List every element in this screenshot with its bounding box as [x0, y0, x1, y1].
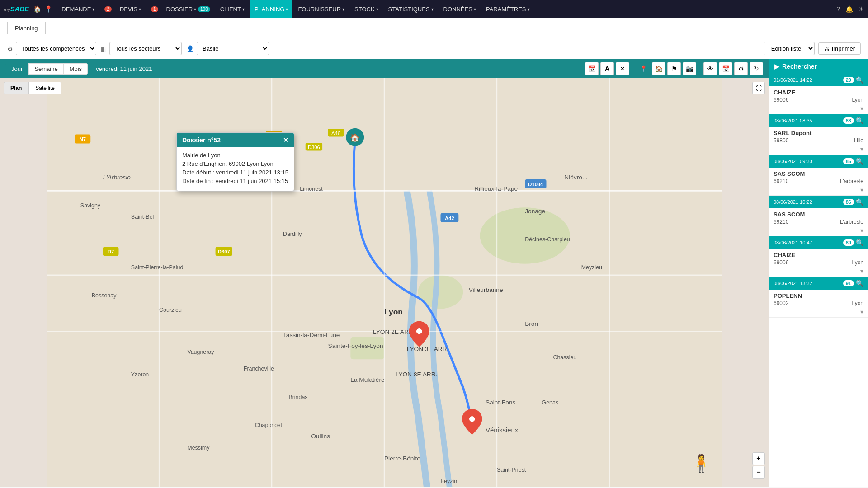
ctrl-group-right: 📍 🏠 ⚑ 📷: [637, 62, 696, 75]
competences-select[interactable]: Toutes les compétences: [16, 42, 96, 55]
svg-text:Brindas: Brindas: [288, 394, 307, 400]
nav-badge-2[interactable]: 2: [100, 0, 114, 18]
view-tab-mois[interactable]: Mois: [64, 63, 88, 75]
location-icon[interactable]: 📍: [45, 5, 52, 13]
nav-badge-1[interactable]: 1: [146, 0, 161, 18]
sidebar-card-6-postal: 69002: [774, 300, 788, 306]
marker-icon-btn[interactable]: 📍: [637, 62, 650, 75]
sidebar-card-4-postal: 69210: [774, 219, 788, 225]
svg-point-74: [416, 328, 422, 334]
popup-title: Dossier n°52: [182, 136, 221, 144]
sidebar-card-3-expand-btn[interactable]: ▾: [769, 186, 868, 195]
sidebar-card-6-num: 91: [843, 280, 854, 286]
sidebar-card-5-city: Lyon: [852, 259, 863, 266]
sidebar-card-6-date: 08/06/2021 13:32: [774, 281, 812, 286]
sidebar-card-3-search-btn[interactable]: 🔍: [856, 158, 863, 165]
user-select[interactable]: Basile: [197, 42, 269, 55]
search-arrow-icon: ▶: [774, 63, 779, 70]
camera-icon-btn[interactable]: 📷: [683, 62, 696, 75]
sidebar-card-6-expand-btn[interactable]: ▾: [769, 308, 868, 317]
gear-icon-btn[interactable]: ⚙: [734, 62, 748, 75]
sidebar-card-5-info: 69006 Lyon: [774, 259, 863, 266]
svg-text:Tassin-la-Demi-Lune: Tassin-la-Demi-Lune: [283, 332, 340, 338]
fullscreen-btn[interactable]: ⛶: [752, 82, 765, 94]
sidebar-card-5-name: CHAIZE: [774, 252, 863, 258]
nav-item-client[interactable]: CLIENT ▾: [216, 0, 249, 18]
close-icon-btn[interactable]: ✕: [616, 62, 629, 75]
sidebar-card-2-header[interactable]: 08/06/2021 08:35 83 🔍: [769, 114, 868, 127]
sidebar-card-4-header[interactable]: 08/06/2021 10:22 86 🔍: [769, 196, 868, 208]
eye-icon-btn[interactable]: 👁: [703, 62, 717, 75]
sidebar-card-1-header[interactable]: 01/06/2021 14:22 29 🔍: [769, 74, 868, 86]
popup-address: 2 Rue d'Enghien, 69002 Lyon Lyon: [182, 160, 288, 167]
nav-item-parametres[interactable]: PARAMÈTRES ▾: [481, 0, 534, 18]
nav-item-demande[interactable]: DEMANDE ▾: [57, 0, 99, 18]
sidebar-card-4-search-btn[interactable]: 🔍: [856, 198, 863, 206]
svg-text:L'Arbresle: L'Arbresle: [103, 174, 131, 181]
home-icon[interactable]: 🏠: [33, 5, 41, 13]
svg-text:Courzieu: Courzieu: [159, 307, 182, 313]
sidebar-card-1: 01/06/2021 14:22 29 🔍 CHAIZE 69006 Lyon …: [769, 74, 868, 114]
zoom-out-btn[interactable]: −: [752, 466, 765, 479]
nav-icons: 🏠 📍: [33, 5, 52, 13]
sidebar-card-4-expand-btn[interactable]: ▾: [769, 227, 868, 236]
sidebar-card-5-num: 89: [843, 239, 854, 246]
popup-close-btn[interactable]: ✕: [283, 136, 288, 144]
app-logo[interactable]: mySABE: [4, 5, 29, 13]
sidebar-title: Rechercher: [782, 63, 817, 70]
sidebar-card-3-header[interactable]: 08/06/2021 09:30 85 🔍: [769, 155, 868, 168]
svg-text:La Mulatière: La Mulatière: [350, 376, 384, 383]
sidebar-card-6: 08/06/2021 13:32 91 🔍 POPLENN 69002 Lyon…: [769, 277, 868, 318]
sidebar-card-2-expand-btn[interactable]: ▾: [769, 145, 868, 155]
nav-item-fournisseur[interactable]: FOURNISSEUR ▾: [293, 0, 349, 18]
view-tab-jour[interactable]: Jour: [5, 63, 28, 75]
edition-select[interactable]: Edition liste: [764, 42, 815, 55]
top-nav: mySABE 🏠 📍 DEMANDE ▾ 2 DEVIS ▾ 1 DOSSIER…: [0, 0, 868, 18]
help-icon[interactable]: ?: [836, 5, 840, 13]
svg-text:Genas: Genas: [542, 399, 559, 406]
svg-text:Bron: Bron: [525, 320, 538, 327]
sidebar-card-1-search-btn[interactable]: 🔍: [856, 76, 863, 84]
flag-icon-btn[interactable]: ⚑: [667, 62, 681, 75]
sidebar-card-6-search-btn[interactable]: 🔍: [856, 280, 863, 287]
svg-text:Pierre-Bénite: Pierre-Bénite: [384, 455, 420, 462]
sidebar-card-5-search-btn[interactable]: 🔍: [856, 239, 863, 246]
svg-text:D306: D306: [308, 145, 320, 150]
sidebar-card-4-body: SAS SCOM 69210 L'arbresle: [769, 208, 868, 227]
secteurs-select[interactable]: Tous les secteurs: [109, 42, 182, 55]
nav-item-stock[interactable]: STOCK ▾: [350, 0, 383, 18]
sidebar-card-1-city: Lyon: [852, 97, 863, 103]
zoom-in-btn[interactable]: +: [752, 452, 765, 465]
svg-text:Savigny: Savigny: [80, 202, 101, 209]
sidebar-card-5: 08/06/2021 10:47 89 🔍 CHAIZE 69006 Lyon …: [769, 236, 868, 277]
sidebar-card-2-city: Lille: [854, 137, 863, 144]
text-icon-btn[interactable]: A: [600, 62, 614, 75]
sidebar-card-4-city: L'arbresle: [840, 219, 863, 225]
home-marker-btn[interactable]: 🏠: [652, 62, 665, 75]
info-popup-body: Mairie de Lyon 2 Rue d'Enghien, 69002 Ly…: [177, 147, 294, 191]
print-button[interactable]: 🖨 Imprimer: [818, 42, 861, 55]
svg-text:Rillieux-la-Pape: Rillieux-la-Pape: [474, 185, 518, 192]
view-tab-semaine[interactable]: Semaine: [28, 63, 63, 75]
calendar-icon-btn[interactable]: 📅: [585, 62, 599, 75]
user-icon[interactable]: ☀: [859, 5, 864, 13]
nav-item-planning[interactable]: PLANNING ▾: [250, 0, 292, 18]
cal2-icon-btn[interactable]: 📅: [719, 62, 732, 75]
sidebar-card-6-header[interactable]: 08/06/2021 13:32 91 🔍: [769, 277, 868, 290]
svg-text:Yzeron: Yzeron: [131, 371, 149, 378]
person-icon: 👤: [186, 45, 194, 52]
nav-item-statistiques[interactable]: STATISTIQUES ▾: [384, 0, 438, 18]
sidebar-card-4-info: 69210 L'arbresle: [774, 219, 863, 225]
plan-view-btn[interactable]: Plan: [4, 82, 28, 94]
nav-item-dossier[interactable]: DOSSIER ▾ 100: [162, 0, 215, 18]
refresh-icon-btn[interactable]: ↻: [750, 62, 763, 75]
sidebar-card-5-header[interactable]: 08/06/2021 10:47 89 🔍: [769, 236, 868, 249]
svg-text:Messimy: Messimy: [187, 445, 210, 451]
satellite-view-btn[interactable]: Satellite: [28, 82, 61, 94]
sidebar-card-2-search-btn[interactable]: 🔍: [856, 117, 863, 124]
nav-item-devis[interactable]: DEVIS ▾: [115, 0, 146, 18]
nav-item-donnees[interactable]: DONNÉES ▾: [439, 0, 481, 18]
sidebar-card-5-expand-btn[interactable]: ▾: [769, 267, 868, 277]
notification-icon[interactable]: 🔔: [845, 5, 853, 13]
sidebar-card-1-expand-btn[interactable]: ▾: [769, 105, 868, 114]
